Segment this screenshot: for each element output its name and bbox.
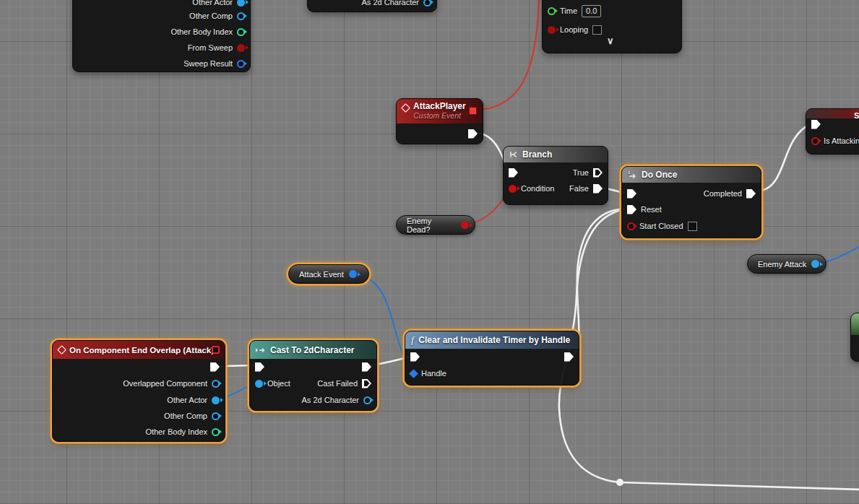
- exec-in-pin-icon[interactable]: [627, 189, 636, 199]
- node-end-overlap[interactable]: On Component End Overlap (Attack) Overla…: [52, 340, 225, 442]
- wire-exec-reroute-reset[interactable]: [559, 209, 859, 490]
- object-pin-icon[interactable]: [255, 380, 263, 388]
- chevron-down-icon[interactable]: ∨: [607, 38, 614, 45]
- bool-pin-icon[interactable]: [461, 221, 469, 229]
- pill-enemy-dead[interactable]: Enemy Dead?: [396, 215, 475, 235]
- green-node-header: [851, 313, 859, 335]
- node-cast-top[interactable]: As 2d Character: [307, 0, 437, 12]
- pill-attack-event[interactable]: Attack Event: [288, 264, 369, 284]
- wire-exec-completed-set[interactable]: [758, 123, 811, 191]
- node-title: AttackPlayer: [413, 102, 466, 111]
- pin-label: True: [573, 168, 589, 177]
- pin-row: [564, 349, 574, 365]
- pin-label: From Sweep: [188, 43, 233, 52]
- time-value-input[interactable]: 0.0: [582, 5, 601, 17]
- node-begin-overlap-top[interactable]: Other Actor Other Comp Other Body Index …: [72, 0, 251, 72]
- object-pin-icon[interactable]: [237, 0, 245, 6]
- pin-row: Other Body Index: [170, 24, 245, 40]
- svg-text:1: 1: [628, 170, 631, 175]
- object-pin-icon[interactable]: [237, 12, 245, 20]
- node-branch[interactable]: Branch True Condition False: [503, 146, 608, 205]
- node-attackplayer-event[interactable]: AttackPlayer Custom Event: [396, 98, 483, 144]
- exec-in-pin-icon[interactable]: [509, 168, 518, 178]
- branch-icon: [509, 150, 518, 159]
- struct-pin-icon[interactable]: [349, 270, 357, 278]
- bool-pin-icon[interactable]: [548, 26, 556, 34]
- pill-enemy-attack[interactable]: Enemy Attack: [747, 254, 826, 274]
- pin-row: Other Comp: [189, 8, 245, 24]
- handle-pin-icon[interactable]: [409, 369, 418, 378]
- node-title: Clear and Invalidate Timer by Handle: [418, 335, 570, 345]
- int-pin-icon[interactable]: [212, 428, 220, 436]
- pin-row: Other Body Index: [145, 424, 220, 440]
- pin-label: As 2d Character: [362, 0, 419, 6]
- pin-label: Other Actor: [167, 396, 207, 404]
- object-pin-icon[interactable]: [212, 380, 220, 388]
- exec-out-pin-icon[interactable]: [564, 352, 574, 362]
- wire-exec-timer-reset[interactable]: [571, 209, 624, 355]
- variable-label: Attack Event: [299, 270, 344, 279]
- looping-checkbox[interactable]: [592, 25, 602, 35]
- blueprint-graph[interactable]: Other Actor Other Comp Other Body Index …: [0, 0, 859, 504]
- bool-pin-icon[interactable]: [509, 185, 517, 193]
- pin-row: [509, 165, 518, 181]
- pin-label: Other Comp: [164, 412, 207, 420]
- pin-row: Reset: [627, 201, 662, 217]
- reroute-node[interactable]: [616, 479, 623, 486]
- pin-row: Is Attackin: [811, 133, 859, 149]
- struct-pin-icon[interactable]: [237, 60, 245, 68]
- int-pin-icon[interactable]: [237, 28, 245, 36]
- pin-row: [468, 126, 478, 142]
- node-set-is-attacking[interactable]: S Is Attackin: [806, 108, 859, 155]
- float-pin-icon[interactable]: [548, 7, 556, 15]
- bool-pin-icon[interactable]: [811, 137, 819, 145]
- exec-false-pin-icon[interactable]: [593, 184, 603, 194]
- pin-label: Other Actor: [192, 0, 233, 6]
- exec-in-pin-icon[interactable]: [811, 120, 821, 129]
- wire-delegate-attackplayer[interactable]: [481, 0, 539, 110]
- exec-out-pin-icon[interactable]: [468, 129, 478, 139]
- object-pin-icon[interactable]: [212, 396, 220, 404]
- exec-in-pin-icon[interactable]: [255, 362, 264, 372]
- exec-out-pin-icon[interactable]: [210, 362, 220, 372]
- exec-reset-pin-icon[interactable]: [627, 205, 636, 214]
- variable-label: Enemy Attack: [758, 260, 806, 269]
- pin-row: Object: [255, 375, 290, 391]
- pin-label: Is Attackin: [824, 136, 859, 145]
- delegate-pin-icon[interactable]: [212, 346, 220, 354]
- pin-label: Completed: [704, 189, 742, 198]
- object-pin-icon[interactable]: [212, 412, 220, 420]
- pin-label: As 2d Character: [302, 396, 359, 404]
- bool-pin-icon[interactable]: [627, 222, 635, 230]
- pin-row: Start Closed: [627, 218, 697, 234]
- pin-row: False: [569, 181, 603, 196]
- pin-row: Looping: [548, 22, 602, 38]
- object-pin-icon[interactable]: [811, 260, 819, 268]
- pin-row: [210, 359, 220, 375]
- pin-row: [362, 359, 371, 375]
- node-cast-2dcharacter[interactable]: Cast To 2dCharacter Object Cast Failed A…: [249, 340, 377, 411]
- start-closed-checkbox[interactable]: [688, 222, 697, 231]
- bool-pin-icon[interactable]: [237, 44, 245, 52]
- pin-label: Start Closed: [639, 222, 683, 230]
- exec-completed-pin-icon[interactable]: [746, 189, 756, 199]
- object-pin-icon[interactable]: [363, 396, 371, 404]
- exec-true-pin-icon[interactable]: [593, 168, 603, 178]
- exec-out-pin-icon[interactable]: [362, 362, 371, 372]
- pin-row: Other Actor: [167, 392, 220, 408]
- do-once-icon: 1: [628, 170, 637, 179]
- exec-castfailed-pin-icon[interactable]: [362, 379, 371, 388]
- delegate-pin-icon[interactable]: [469, 107, 477, 115]
- node-partial-green[interactable]: [850, 313, 859, 362]
- object-pin-icon[interactable]: [423, 0, 431, 6]
- node-set-timer-top[interactable]: Time 0.0 Looping ∨: [542, 0, 682, 53]
- pin-row: [410, 349, 420, 365]
- pin-row: Condition: [509, 181, 554, 196]
- node-clear-timer[interactable]: f Clear and Invalidate Timer by Handle H…: [405, 331, 579, 386]
- pin-label: Handle: [421, 369, 446, 378]
- node-do-once[interactable]: 1 Do Once Completed Reset Start Closed: [621, 166, 761, 238]
- exec-in-pin-icon[interactable]: [410, 352, 420, 362]
- pin-label: Looping: [560, 25, 588, 34]
- pin-label: Time: [560, 6, 577, 15]
- pin-row: Cast Failed: [317, 375, 371, 391]
